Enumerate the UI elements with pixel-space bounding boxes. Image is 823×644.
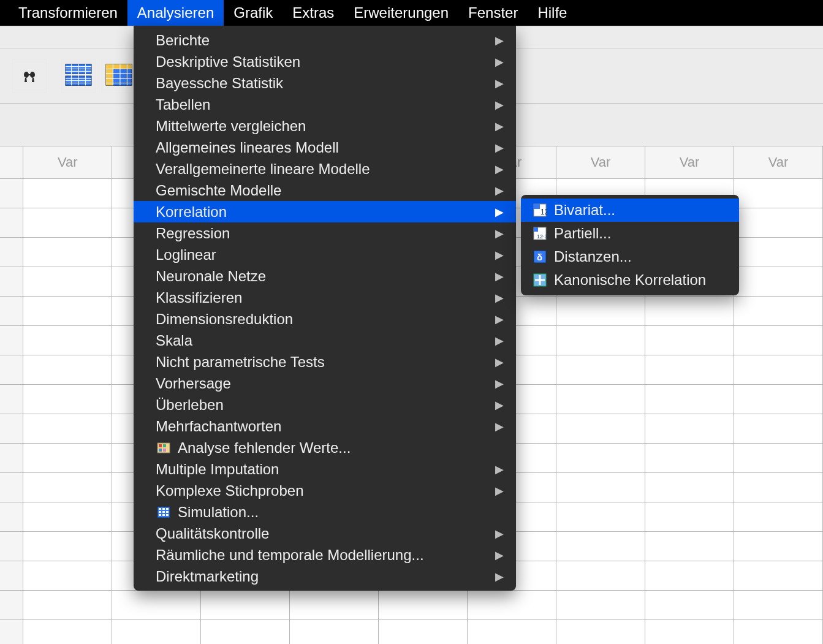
row-header[interactable]	[0, 326, 23, 355]
menu-item-analyse-fehlender-werte[interactable]: Analyse fehlender Werte...	[134, 437, 516, 458]
menu-item-klassifizieren[interactable]: Klassifizieren▶	[134, 287, 516, 308]
data-view-icon[interactable]	[61, 59, 96, 93]
cell[interactable]	[734, 502, 823, 531]
menu-extras[interactable]: Extras	[283, 0, 344, 26]
cell[interactable]	[23, 473, 112, 502]
column-header[interactable]: Var	[23, 146, 112, 178]
cell[interactable]	[23, 502, 112, 531]
cell[interactable]	[734, 267, 823, 296]
menu-item-loglinear[interactable]: Loglinear▶	[134, 244, 516, 265]
cell[interactable]	[23, 355, 112, 384]
cell[interactable]	[23, 208, 112, 237]
menu-item-berleben[interactable]: Überleben▶	[134, 394, 516, 415]
menu-item-mittelwerte-vergleichen[interactable]: Mittelwerte vergleichen▶	[134, 115, 516, 137]
cell[interactable]	[290, 620, 379, 644]
cell[interactable]	[23, 179, 112, 208]
menu-transformieren[interactable]: Transformieren	[9, 0, 127, 26]
menu-item-korrelation[interactable]: Korrelation▶	[134, 201, 516, 222]
cell[interactable]	[734, 532, 823, 561]
cell[interactable]	[645, 620, 734, 644]
cell[interactable]	[645, 532, 734, 561]
submenu-item-partiell[interactable]: 12·3Partiell...	[521, 222, 739, 245]
submenu-item-kanonische-korrelation[interactable]: Kanonische Korrelation	[521, 268, 739, 292]
column-header[interactable]: Var	[556, 146, 645, 178]
cell[interactable]	[556, 444, 645, 472]
menu-item-deskriptive-statistiken[interactable]: Deskriptive Statistiken▶	[134, 51, 516, 72]
menu-item-berichte[interactable]: Berichte▶	[134, 29, 516, 51]
cell[interactable]	[23, 414, 112, 443]
cell[interactable]	[23, 267, 112, 296]
row-header[interactable]	[0, 179, 23, 208]
row-header[interactable]	[0, 532, 23, 561]
row-header[interactable]	[0, 208, 23, 237]
cell[interactable]	[645, 591, 734, 619]
cell[interactable]	[734, 355, 823, 384]
menu-item-multiple-imputation[interactable]: Multiple Imputation▶	[134, 458, 516, 480]
cell[interactable]	[23, 385, 112, 414]
row-header[interactable]	[0, 620, 23, 644]
menu-erweiterungen[interactable]: Erweiterungen	[344, 0, 458, 26]
menu-item-vorhersage[interactable]: Vorhersage▶	[134, 373, 516, 394]
cell[interactable]	[23, 238, 112, 267]
cell[interactable]	[556, 297, 645, 325]
variable-view-icon[interactable]	[102, 59, 136, 93]
cell[interactable]	[734, 444, 823, 472]
cell[interactable]	[556, 502, 645, 531]
cell[interactable]	[556, 473, 645, 502]
cell[interactable]	[645, 355, 734, 384]
cell[interactable]	[734, 297, 823, 325]
cell[interactable]	[468, 620, 556, 644]
cell[interactable]	[556, 355, 645, 384]
cell[interactable]	[734, 385, 823, 414]
row-header[interactable]	[0, 502, 23, 531]
menu-item-direktmarketing[interactable]: Direktmarketing▶	[134, 566, 516, 587]
submenu-item-distanzen[interactable]: δDistanzen...	[521, 245, 739, 268]
menu-item-komplexe-stichproben[interactable]: Komplexe Stichproben▶	[134, 480, 516, 501]
submenu-item-bivariat[interactable]: 12Bivariat...	[521, 199, 739, 222]
menu-item-allgemeines-lineares-modell[interactable]: Allgemeines lineares Modell▶	[134, 137, 516, 158]
cell[interactable]	[23, 444, 112, 472]
cell[interactable]	[734, 620, 823, 644]
column-header[interactable]: Var	[734, 146, 823, 178]
menu-item-simulation[interactable]: Simulation...	[134, 501, 516, 523]
cell[interactable]	[112, 620, 201, 644]
cell[interactable]	[556, 561, 645, 590]
menu-item-gemischte-modelle[interactable]: Gemischte Modelle▶	[134, 180, 516, 201]
menu-item-dimensionsreduktion[interactable]: Dimensionsreduktion▶	[134, 308, 516, 330]
corner-cell[interactable]	[0, 146, 23, 178]
menu-item-r-umliche-und-temporale-modellierung[interactable]: Räumliche und temporale Modellierung...▶	[134, 544, 516, 566]
cell[interactable]	[645, 385, 734, 414]
menu-item-qualit-tskontrolle[interactable]: Qualitätskontrolle▶	[134, 523, 516, 544]
menu-fenster[interactable]: Fenster	[458, 0, 528, 26]
cell[interactable]	[645, 561, 734, 590]
cell[interactable]	[645, 444, 734, 472]
menu-item-skala[interactable]: Skala▶	[134, 330, 516, 351]
menu-grafik[interactable]: Grafik	[224, 0, 283, 26]
row-header[interactable]	[0, 267, 23, 296]
menu-item-regression[interactable]: Regression▶	[134, 222, 516, 244]
menu-item-tabellen[interactable]: Tabellen▶	[134, 94, 516, 115]
cell[interactable]	[645, 473, 734, 502]
menu-item-nicht-parametrische-tests[interactable]: Nicht parametrische Tests▶	[134, 351, 516, 373]
find-icon[interactable]	[12, 59, 47, 93]
cell[interactable]	[734, 326, 823, 355]
cell[interactable]	[734, 591, 823, 619]
cell[interactable]	[645, 326, 734, 355]
cell[interactable]	[379, 591, 468, 619]
row-header[interactable]	[0, 444, 23, 472]
menu-item-verallgemeinerte-lineare-modelle[interactable]: Verallgemeinerte lineare Modelle▶	[134, 158, 516, 180]
cell[interactable]	[734, 561, 823, 590]
cell[interactable]	[290, 591, 379, 619]
cell[interactable]	[379, 620, 468, 644]
cell[interactable]	[734, 179, 823, 208]
column-header[interactable]: Var	[645, 146, 734, 178]
cell[interactable]	[23, 561, 112, 590]
menu-hilfe[interactable]: Hilfe	[528, 0, 577, 26]
cell[interactable]	[645, 502, 734, 531]
row-header[interactable]	[0, 591, 23, 619]
menu-analysieren[interactable]: Analysieren	[127, 0, 224, 26]
cell[interactable]	[556, 414, 645, 443]
cell[interactable]	[734, 208, 823, 237]
cell[interactable]	[201, 620, 290, 644]
cell[interactable]	[23, 532, 112, 561]
